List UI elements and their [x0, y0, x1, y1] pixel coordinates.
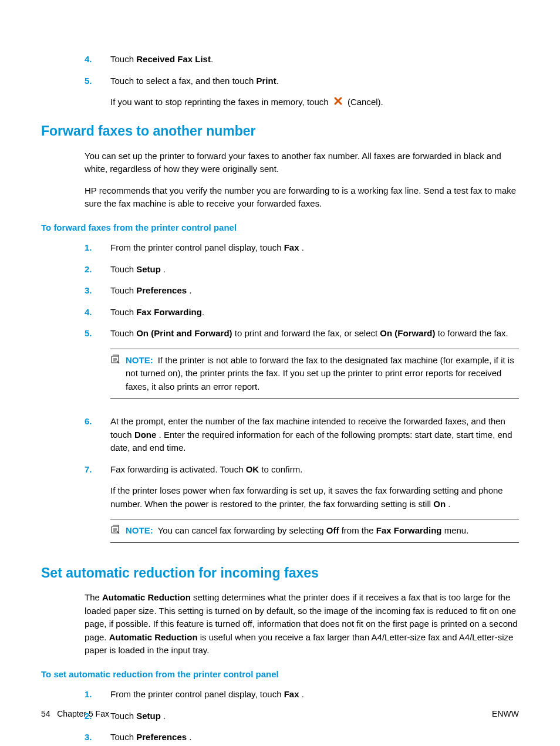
note-icon [110, 524, 126, 538]
step-1: 1. From the printer control panel displa… [85, 241, 519, 255]
step-4: 4. Touch Received Fax List. [85, 53, 519, 66]
step-6: 6. At the prompt, enter the number of th… [85, 415, 519, 455]
note-label: NOTE: [126, 525, 153, 535]
bold-text: Preferences [136, 285, 187, 295]
bold-text: Done [134, 430, 157, 440]
step-number: 5. [85, 75, 110, 110]
text: . [211, 54, 213, 64]
chapter-label: Chapter 5 Fax [57, 709, 109, 718]
page-footer: 54 Chapter 5 Fax ENWW [41, 708, 519, 720]
bold-text: Received Fax List [136, 54, 211, 64]
step-number: 4. [85, 53, 110, 66]
text: to confirm. [259, 464, 302, 474]
step-3: 3. Touch Preferences . [85, 284, 519, 298]
text: . [446, 499, 450, 509]
text: . [299, 242, 304, 252]
text: If you want to stop reprinting the faxes… [110, 97, 331, 107]
footer-right: ENWW [492, 708, 519, 720]
step-3: 3. Touch Preferences . [85, 731, 519, 744]
text: From the printer control panel display, … [110, 689, 284, 699]
text: menu. [442, 525, 469, 535]
step-number: 5. [85, 327, 110, 407]
bold-text: On (Print and Forward) [136, 328, 232, 338]
note-icon [110, 354, 126, 394]
step-number: 1. [85, 241, 110, 255]
note-text: If the printer is not able to forward th… [126, 355, 514, 391]
paragraph: HP recommends that you verify the number… [85, 184, 519, 211]
bold-text: Setup [136, 264, 161, 274]
text: You can cancel fax forwarding by selecti… [158, 525, 326, 535]
text: to print and forward the fax, or select [232, 328, 380, 338]
note-box: NOTE:If the printer is not able to forwa… [110, 349, 519, 399]
step-number: 3. [85, 731, 110, 744]
bold-text: Print [257, 76, 276, 86]
step-number: 7. [85, 463, 110, 551]
text: . [202, 307, 204, 317]
paragraph: The Automatic Reduction setting determin… [85, 591, 519, 657]
note-box: NOTE:You can cancel fax forwarding by se… [110, 519, 519, 543]
text: from the [339, 525, 376, 535]
step-7: 7. Fax forwarding is activated. Touch OK… [85, 463, 519, 551]
text: Touch [110, 54, 136, 64]
bold-text: Preferences [136, 732, 187, 742]
bold-text: Automatic Reduction [109, 632, 198, 642]
step-number: 6. [85, 415, 110, 455]
step-2: 2. Touch Setup . [85, 263, 519, 276]
paragraph: You can set up the printer to forward yo… [85, 150, 519, 176]
step-4: 4. Touch Fax Forwarding. [85, 306, 519, 319]
subheading-reduction: To set automatic reduction from the prin… [41, 668, 519, 681]
text: . [161, 264, 166, 274]
step-content: Touch to select a fax, and then touch Pr… [110, 75, 519, 110]
text: Fax forwarding is activated. Touch [110, 464, 246, 474]
bold-text: OK [246, 464, 259, 474]
step-5: 5. Touch On (Print and Forward) to print… [85, 327, 519, 407]
bold-text: Fax [284, 242, 299, 252]
text: . [276, 76, 279, 86]
text: . [187, 732, 191, 742]
text: . [299, 689, 304, 699]
step-number: 4. [85, 306, 110, 319]
text: Touch [110, 285, 136, 295]
text: . [187, 285, 191, 295]
bold-text: Fax [284, 689, 299, 699]
text: The [85, 592, 102, 602]
bold-text: Fax Forwarding [376, 525, 442, 535]
bold-text: On (Forward) [380, 328, 435, 338]
bold-text: Off [326, 525, 339, 535]
bold-text: Fax Forwarding [136, 307, 202, 317]
text: . Enter the required information for eac… [110, 430, 512, 453]
cancel-icon [333, 96, 343, 110]
text: Touch [110, 328, 136, 338]
document-page: 4. Touch Received Fax List. 5. Touch to … [0, 0, 560, 746]
bold-text: On [433, 499, 446, 509]
step-number: 1. [85, 688, 110, 701]
step-number: 2. [85, 263, 110, 276]
text: Touch [110, 307, 136, 317]
step-content: Touch Received Fax List. [110, 53, 519, 66]
section-heading-forward: Forward faxes to another number [41, 121, 519, 141]
text: (Cancel). [345, 97, 383, 107]
text: Touch [110, 264, 136, 274]
bold-text: Automatic Reduction [102, 592, 191, 602]
page-number: 54 [41, 709, 50, 718]
text: From the printer control panel display, … [110, 242, 284, 252]
note-label: NOTE: [126, 355, 153, 365]
step-5: 5. Touch to select a fax, and then touch… [85, 75, 519, 110]
text: Touch to select a fax, and then touch [110, 76, 257, 86]
subheading-forward: To forward faxes from the printer contro… [41, 221, 519, 235]
text: to forward the fax. [436, 328, 508, 338]
section-heading-reduction: Set automatic reduction for incoming fax… [41, 563, 519, 583]
text: Touch [110, 732, 136, 742]
step-1: 1. From the printer control panel displa… [85, 688, 519, 701]
steps-continuation: 4. Touch Received Fax List. 5. Touch to … [85, 53, 519, 109]
step-number: 3. [85, 284, 110, 298]
